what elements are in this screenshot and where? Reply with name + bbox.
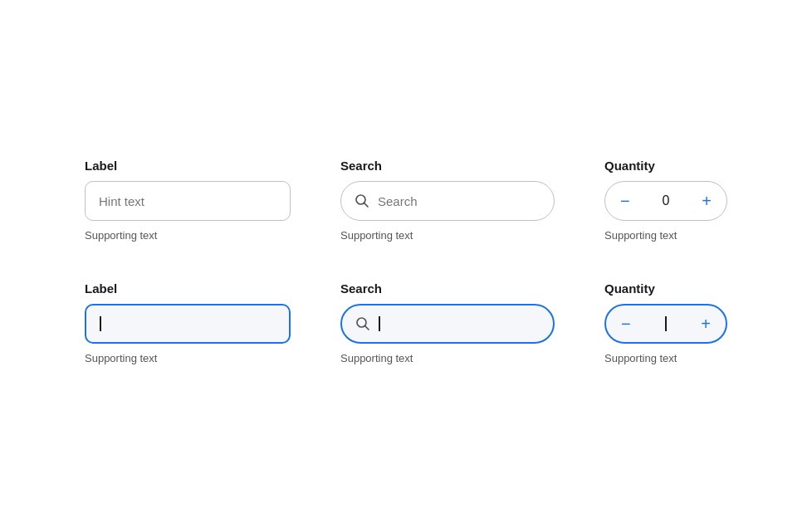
svg-line-3 (365, 326, 369, 330)
quantity-plus-button[interactable]: + (698, 193, 715, 209)
search-supporting-focused: Supporting text (340, 352, 555, 364)
search-input-default[interactable] (378, 194, 541, 208)
search-supporting: Supporting text (340, 229, 555, 242)
quantity-group-default: Quantity − 0 + Supporting text (604, 159, 727, 242)
search-wrapper-default[interactable] (340, 181, 555, 221)
search-label-focused: Search (340, 281, 555, 296)
search-label: Search (340, 159, 555, 173)
text-input-label-focused: Label (85, 281, 291, 296)
quantity-label: Quantity (604, 159, 727, 173)
row-default: Label Supporting text Search Supporting … (85, 159, 727, 242)
search-input-group-focused: Search Supporting text (340, 281, 555, 364)
quantity-supporting: Supporting text (604, 229, 727, 242)
quantity-label-focused: Quantity (604, 281, 727, 296)
quantity-wrapper-default: − 0 + (604, 181, 727, 221)
main-container: Label Supporting text Search Supporting … (18, 125, 794, 398)
text-input-group-focused: Label Supporting text (85, 281, 291, 364)
quantity-minus-button-focused[interactable]: − (618, 315, 634, 332)
text-input-supporting-focused: Supporting text (85, 352, 291, 364)
quantity-supporting-focused: Supporting text (604, 352, 727, 364)
svg-line-1 (364, 203, 368, 207)
quantity-group-focused: Quantity − + Supporting text (604, 281, 727, 364)
search-icon (355, 193, 369, 208)
row-focused: Label Supporting text Search Supporting … (85, 281, 727, 364)
text-input-supporting: Supporting text (85, 229, 291, 242)
cursor-text (100, 316, 101, 331)
search-icon-focused (355, 316, 370, 331)
text-input-group-default: Label Supporting text (85, 159, 291, 242)
quantity-value-focused (656, 316, 676, 331)
text-input-default[interactable] (85, 181, 291, 221)
quantity-minus-button[interactable]: − (617, 193, 633, 209)
search-input-group-default: Search Supporting text (340, 159, 555, 242)
quantity-wrapper-focused: − + (604, 304, 727, 344)
cursor-quantity (665, 316, 667, 331)
search-wrapper-focused[interactable] (340, 304, 555, 344)
quantity-value: 0 (656, 193, 676, 208)
text-input-label: Label (85, 159, 291, 173)
cursor-search (379, 316, 380, 331)
quantity-plus-button-focused[interactable]: + (697, 315, 714, 332)
text-input-focused-wrapper[interactable] (85, 304, 291, 344)
